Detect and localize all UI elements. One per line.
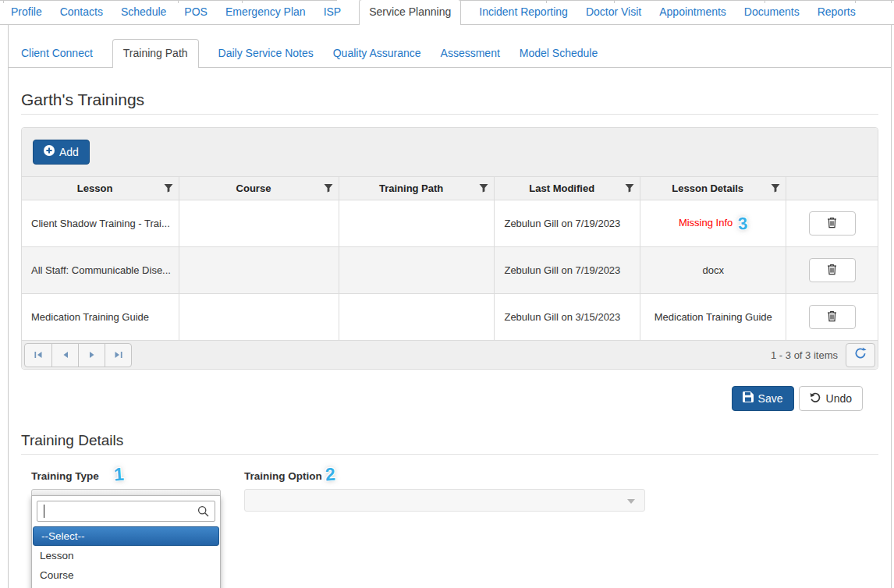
cell-last-modified: Zebulun Gill on 7/19/2023 <box>495 200 640 247</box>
annotation-1: 1 <box>113 466 124 484</box>
tab-incident-reporting[interactable]: Incident Reporting <box>479 5 568 24</box>
cell-training-path <box>339 247 495 294</box>
dropdown-option-training-path[interactable]: Training Path <box>32 585 220 588</box>
filter-icon[interactable] <box>164 183 173 195</box>
cell-last-modified: Zebulun Gill on 3/15/2023 <box>495 294 640 341</box>
annotation-3: 3 <box>738 214 749 232</box>
plus-circle-icon <box>44 145 55 159</box>
trainings-section-title: Garth's Trainings <box>21 90 878 109</box>
tab-isp[interactable]: ISP <box>324 5 342 24</box>
tab-emergency-plan[interactable]: Emergency Plan <box>225 5 306 24</box>
cell-lesson: Medication Training Guide <box>22 294 179 341</box>
save-actions-row: Save Undo <box>21 386 863 411</box>
next-page-button[interactable] <box>78 344 105 367</box>
tab-assessment[interactable]: Assessment <box>441 47 500 67</box>
dropdown-options-list: --Select-- Lesson Course Training Path <box>32 526 220 588</box>
trainings-title-divider <box>21 114 878 115</box>
tab-documents[interactable]: Documents <box>744 5 800 24</box>
training-path-content: Garth's Trainings Add <box>9 90 891 588</box>
tab-client-connect[interactable]: Client Connect <box>21 47 93 67</box>
add-button-label: Add <box>59 146 79 159</box>
tab-daily-service-notes[interactable]: Daily Service Notes <box>218 47 314 67</box>
column-header-course[interactable]: Course <box>179 177 339 200</box>
add-button[interactable]: Add <box>33 140 90 165</box>
first-page-button[interactable] <box>25 344 51 367</box>
floppy-disk-icon <box>743 391 754 406</box>
trainings-grid: Add Lesson Course <box>21 127 878 370</box>
table-row: Client Shadow Training - Trai... Zebulun… <box>22 200 878 247</box>
trainings-table: Lesson Course Training Path Last Mo <box>22 177 878 340</box>
save-button[interactable]: Save <box>732 386 794 411</box>
delete-row-button[interactable] <box>809 258 856 282</box>
cell-lesson: All Staff: Communicable Dise... <box>22 247 179 294</box>
training-details-divider <box>21 454 878 455</box>
undo-button-label: Undo <box>826 392 852 406</box>
refresh-icon <box>854 347 867 363</box>
delete-row-button[interactable] <box>809 305 856 329</box>
tab-profile[interactable]: Profile <box>11 5 42 24</box>
previous-page-button[interactable] <box>51 344 78 367</box>
dropdown-search-input[interactable] <box>37 501 215 522</box>
training-details-form: Training Type 1 --Select-- <box>21 470 878 512</box>
last-page-button[interactable] <box>105 344 131 367</box>
save-button-label: Save <box>758 392 783 406</box>
tab-reports[interactable]: Reports <box>818 5 856 24</box>
top-edge-line-right <box>437 0 894 1</box>
main-tab-bar: Profile Contacts Schedule POS Emergency … <box>0 3 894 25</box>
filter-icon[interactable] <box>771 183 780 195</box>
filter-icon[interactable] <box>479 183 488 195</box>
column-label: Course <box>236 182 271 194</box>
tab-model-schedule[interactable]: Model Schedule <box>520 47 598 67</box>
top-edge-ticks <box>3 0 4 3</box>
training-type-label: Training Type <box>31 470 99 482</box>
training-type-label-row: Training Type 1 <box>31 470 221 484</box>
cell-course <box>179 247 339 294</box>
cell-lesson-details: Missing Info3 <box>640 200 786 247</box>
training-option-label-row: Training Option 2 <box>244 470 645 484</box>
search-icon <box>197 505 209 520</box>
dropdown-search-wrap <box>32 496 220 526</box>
cell-course <box>179 200 339 247</box>
training-type-field: Training Type 1 --Select-- <box>31 470 221 512</box>
dropdown-option-course[interactable]: Course <box>32 565 220 585</box>
grid-pager: 1 - 3 of 3 items <box>22 340 878 369</box>
training-option-label: Training Option <box>244 470 322 482</box>
tab-doctor-visit[interactable]: Doctor Visit <box>586 5 641 24</box>
trash-icon <box>827 264 837 278</box>
dropdown-option-lesson[interactable]: Lesson <box>32 546 220 565</box>
column-header-training-path[interactable]: Training Path <box>339 177 495 200</box>
annotation-2: 2 <box>325 466 335 484</box>
cell-lesson-details: Medication Training Guide <box>640 294 786 341</box>
text-cursor <box>44 505 44 518</box>
column-label: Lesson Details <box>672 182 743 194</box>
tab-pos[interactable]: POS <box>184 5 208 24</box>
tab-appointments[interactable]: Appointments <box>659 5 726 24</box>
column-header-lesson[interactable]: Lesson <box>22 177 179 200</box>
top-edge-line-left <box>0 0 337 1</box>
tab-contacts[interactable]: Contacts <box>60 5 103 24</box>
missing-info-link[interactable]: Missing Info <box>679 217 733 228</box>
training-details-title: Training Details <box>21 432 878 449</box>
pager-buttons <box>24 343 132 367</box>
sub-tab-bar: Client Connect Training Path Daily Servi… <box>9 25 891 68</box>
tab-service-planning[interactable]: Service Planning <box>359 0 461 25</box>
cell-lesson-details: docx <box>640 247 786 294</box>
tab-quality-assurance[interactable]: Quality Assurance <box>333 47 421 67</box>
refresh-button[interactable] <box>846 343 875 367</box>
table-row: All Staff: Communicable Dise... Zebulun … <box>22 247 878 294</box>
dropdown-option-select[interactable]: --Select-- <box>33 526 219 546</box>
tab-training-path[interactable]: Training Path <box>112 39 199 68</box>
undo-button[interactable]: Undo <box>799 386 863 411</box>
cell-actions <box>786 247 878 294</box>
filter-icon[interactable] <box>324 183 333 195</box>
pager-info: 1 - 3 of 3 items <box>771 349 838 361</box>
cell-actions <box>786 294 878 341</box>
column-header-last-modified[interactable]: Last Modified <box>495 177 640 200</box>
tab-schedule[interactable]: Schedule <box>121 5 166 24</box>
filter-icon[interactable] <box>625 183 634 195</box>
table-header-row: Lesson Course Training Path Last Mo <box>22 177 878 200</box>
chevron-down-icon <box>627 499 635 504</box>
delete-row-button[interactable] <box>809 211 856 236</box>
column-header-lesson-details[interactable]: Lesson Details <box>640 177 786 200</box>
column-label: Last Modified <box>529 182 594 194</box>
